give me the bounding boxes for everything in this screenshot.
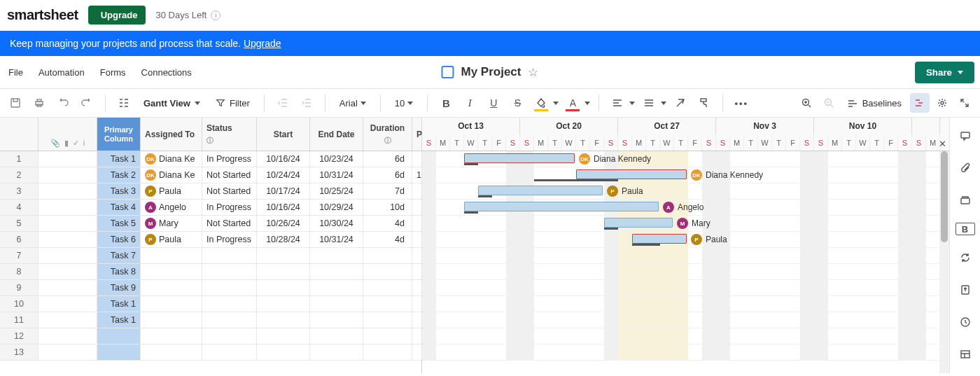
cell-status[interactable]: Not Started: [202, 167, 257, 183]
day-header[interactable]: M: [534, 134, 548, 151]
table-row[interactable]: 7Task 7: [0, 248, 421, 264]
cell-predecessors[interactable]: [412, 216, 422, 231]
table-row[interactable]: 5Task 5MMaryNot Started10/26/2410/30/244…: [0, 216, 421, 232]
cell-primary[interactable]: Task 1: [97, 296, 141, 312]
cell-primary[interactable]: Task 5: [97, 216, 141, 231]
favorite-star-icon[interactable]: ☆: [528, 65, 538, 80]
gantt-row[interactable]: DKDiana Kennedy: [422, 151, 949, 167]
format-painter-icon[interactable]: [694, 93, 714, 113]
day-header[interactable]: W: [562, 134, 576, 151]
row-indicators[interactable]: [38, 344, 97, 360]
col-primary[interactable]: Primary Column: [97, 118, 141, 151]
cell-end[interactable]: [310, 264, 363, 279]
italic-icon[interactable]: I: [460, 93, 479, 113]
cell-duration[interactable]: 6d: [363, 167, 412, 183]
row-indicators[interactable]: [38, 264, 97, 279]
cell-status[interactable]: In Progress: [202, 151, 257, 167]
day-header[interactable]: S: [618, 134, 632, 151]
font-size-selector[interactable]: 10: [389, 98, 419, 109]
table-row[interactable]: 10Task 1: [0, 296, 421, 312]
row-indicators[interactable]: [38, 200, 97, 215]
row-indicators[interactable]: [38, 216, 97, 231]
day-header[interactable]: W: [660, 134, 674, 151]
zoom-in-icon[interactable]: [797, 93, 816, 113]
cell-status[interactable]: In Progress: [202, 232, 257, 247]
row-indicators[interactable]: [38, 248, 97, 263]
hierarchy-icon[interactable]: [114, 93, 134, 113]
critical-path-icon[interactable]: [910, 93, 930, 113]
col-start[interactable]: Start: [257, 118, 310, 151]
table-row[interactable]: 9Task 9: [0, 280, 421, 296]
fill-color-icon[interactable]: [531, 93, 551, 113]
cell-duration[interactable]: [363, 328, 412, 344]
table-row[interactable]: 12: [0, 328, 421, 344]
day-header[interactable]: T: [478, 134, 492, 151]
cell-start[interactable]: [257, 296, 310, 312]
cell-duration[interactable]: 7d: [363, 183, 412, 199]
cell-predecessors[interactable]: 1: [412, 167, 422, 183]
cell-status[interactable]: [202, 296, 257, 312]
day-header[interactable]: T: [674, 134, 688, 151]
settings-icon[interactable]: [932, 93, 952, 113]
day-header[interactable]: F: [884, 134, 898, 151]
cell-start[interactable]: 10/17/24: [257, 183, 310, 199]
gantt-bar[interactable]: [478, 186, 603, 195]
cell-end[interactable]: 10/29/24: [310, 200, 363, 215]
cell-end[interactable]: 10/30/24: [310, 216, 363, 231]
table-row[interactable]: 2Task 2DKDiana KeNot Started10/24/2410/3…: [0, 167, 421, 183]
table-row[interactable]: 11Task 1: [0, 312, 421, 328]
cell-duration[interactable]: [363, 312, 412, 328]
gantt-row[interactable]: AAngelo: [422, 200, 949, 216]
cell-end[interactable]: 10/25/24: [310, 183, 363, 199]
cell-start[interactable]: [257, 248, 310, 263]
cell-primary[interactable]: Task 3: [97, 183, 141, 199]
col-predecessors[interactable]: P: [412, 118, 422, 151]
row-number[interactable]: 13: [0, 344, 38, 360]
row-number[interactable]: 10: [0, 296, 38, 312]
activity-log-icon[interactable]: [955, 312, 975, 332]
row-indicators[interactable]: [38, 280, 97, 295]
cell-predecessors[interactable]: [412, 183, 422, 199]
col-indicators[interactable]: 📎 ▮ ✓ i: [38, 118, 97, 151]
cell-end[interactable]: [310, 344, 363, 360]
cell-predecessors[interactable]: [412, 232, 422, 247]
clear-format-icon[interactable]: [671, 93, 690, 113]
day-header[interactable]: F: [590, 134, 604, 151]
day-header[interactable]: S: [506, 134, 520, 151]
baselines-button[interactable]: Baselines: [841, 97, 907, 109]
scrollbar-thumb[interactable]: [941, 151, 948, 242]
row-number[interactable]: 11: [0, 312, 38, 328]
indent-icon[interactable]: [297, 93, 316, 113]
week-header[interactable]: Nov 3: [716, 118, 814, 134]
proofs-icon[interactable]: [955, 190, 975, 210]
cell-duration[interactable]: 6d: [363, 151, 412, 167]
cell-duration[interactable]: [363, 264, 412, 279]
publish-icon[interactable]: [955, 280, 975, 300]
row-number[interactable]: 7: [0, 248, 38, 263]
cell-predecessors[interactable]: [412, 344, 422, 360]
cell-start[interactable]: [257, 280, 310, 295]
cell-assigned[interactable]: [141, 264, 202, 279]
cell-assigned[interactable]: PPaula: [141, 232, 202, 247]
cell-end[interactable]: [310, 280, 363, 295]
day-header[interactable]: S: [702, 134, 716, 151]
table-row[interactable]: 8Task 8: [0, 264, 421, 280]
row-indicators[interactable]: [38, 183, 97, 199]
cell-start[interactable]: 10/16/24: [257, 200, 310, 215]
cell-duration[interactable]: 4d: [363, 232, 412, 247]
menu-connections[interactable]: Connections: [141, 67, 192, 78]
week-header[interactable]: Oct 13: [422, 118, 520, 134]
cell-primary[interactable]: Task 1: [97, 312, 141, 328]
close-icon[interactable]: ✕: [939, 139, 946, 149]
table-row[interactable]: 13: [0, 344, 421, 361]
gantt-row[interactable]: MMary: [422, 216, 949, 232]
day-header[interactable]: T: [576, 134, 590, 151]
cell-end[interactable]: 10/23/24: [310, 151, 363, 167]
cell-assigned[interactable]: PPaula: [141, 183, 202, 199]
day-header[interactable]: M: [436, 134, 450, 151]
gantt-row[interactable]: [422, 328, 949, 344]
cell-primary[interactable]: Task 1: [97, 151, 141, 167]
table-row[interactable]: 6Task 6PPaulaIn Progress10/28/2410/31/24…: [0, 232, 421, 248]
cell-start[interactable]: 10/24/24: [257, 167, 310, 183]
cell-primary[interactable]: Task 4: [97, 200, 141, 215]
